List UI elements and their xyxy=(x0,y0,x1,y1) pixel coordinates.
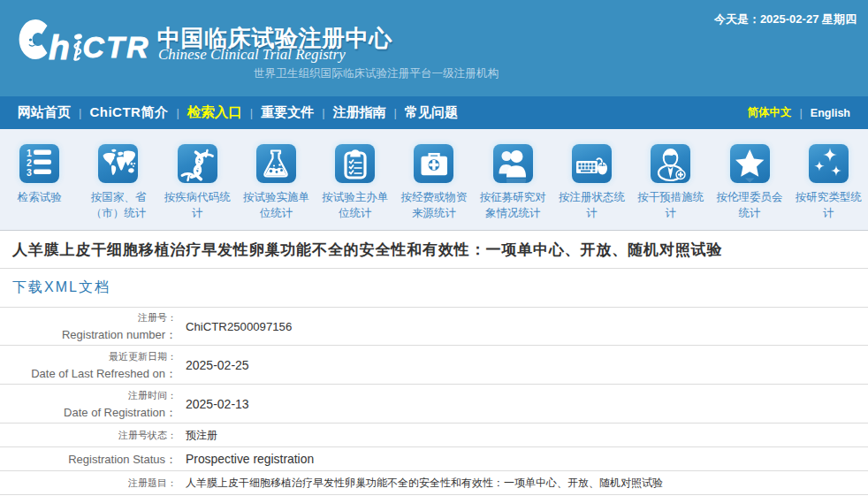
svg-text:h: h xyxy=(49,28,70,66)
svg-text:3: 3 xyxy=(27,167,32,178)
svg-text:CTR: CTR xyxy=(83,31,151,64)
